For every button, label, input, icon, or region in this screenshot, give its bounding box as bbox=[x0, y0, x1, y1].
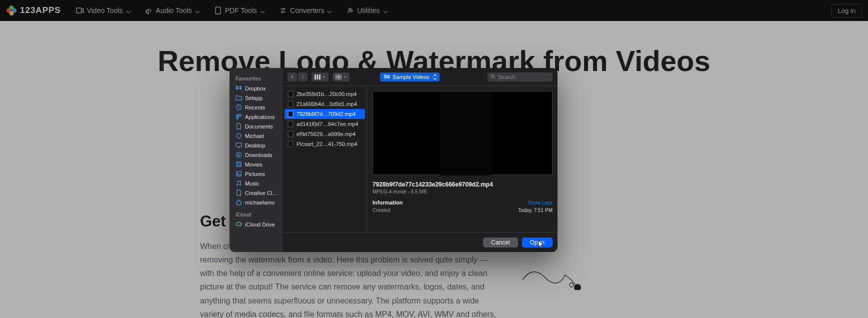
svg-rect-29 bbox=[288, 92, 292, 96]
movies-icon bbox=[236, 161, 242, 168]
sidebar-item-applications[interactable]: Applications bbox=[236, 112, 282, 122]
sidebar-item-creative[interactable]: Creative Cl… bbox=[236, 188, 282, 198]
cancel-button[interactable]: Cancel bbox=[483, 238, 518, 248]
svg-rect-37 bbox=[288, 132, 292, 136]
svg-rect-11 bbox=[236, 117, 238, 119]
svg-rect-33 bbox=[288, 112, 292, 116]
video-file-icon bbox=[288, 130, 294, 138]
preview-desc: MPEG-4 movie - 6.5 MB bbox=[372, 189, 552, 194]
back-button[interactable] bbox=[288, 72, 297, 82]
sidebar-item-setapp[interactable]: Setapp bbox=[236, 93, 282, 102]
svg-rect-13 bbox=[236, 143, 242, 146]
dialog-footer: Cancel Open bbox=[282, 232, 558, 252]
dialog-body: 2be359d1b…20c00.mp4 21a600b4d…0d9d1.mp4 … bbox=[282, 86, 558, 232]
sidebar-item-dropbox[interactable]: Dropbox bbox=[236, 84, 282, 93]
file-name: 7928b9f7d…709d2.mp4 bbox=[296, 111, 356, 117]
folder-icon bbox=[236, 94, 242, 101]
svg-point-17 bbox=[238, 172, 238, 174]
file-name: ad141f0d7…84c7ee.mp4 bbox=[296, 121, 358, 127]
preview-filename: 7928b9f7de77c14233e29c666e9709d2.mp4 bbox=[372, 181, 552, 188]
search-input[interactable]: Search bbox=[488, 72, 552, 82]
file-open-dialog: Favourites Dropbox Setapp Recents Applic… bbox=[230, 68, 558, 252]
svg-rect-23 bbox=[336, 74, 338, 76]
preview-pane: 7928b9f7de77c14233e29c666e9709d2.mp4 MPE… bbox=[368, 86, 558, 232]
sidebar-item-label: Pictures bbox=[245, 171, 265, 177]
search-placeholder: Search bbox=[498, 74, 516, 80]
updown-icon bbox=[432, 74, 438, 80]
open-button[interactable]: Open bbox=[522, 238, 552, 248]
nav-back-forward bbox=[288, 72, 308, 82]
sidebar-item-michael[interactable]: Michael bbox=[236, 131, 282, 140]
sidebar-item-label: Applications bbox=[245, 114, 274, 120]
svg-point-19 bbox=[240, 184, 241, 186]
sidebar-item-label: Movies bbox=[245, 162, 262, 168]
sidebar-item-label: Recents bbox=[245, 104, 265, 110]
svg-rect-25 bbox=[336, 78, 338, 80]
file-name: ef9d75629…a999e.mp4 bbox=[296, 131, 356, 137]
dialog-toolbar: Sample Videos Search bbox=[282, 68, 558, 86]
sidebar-item-desktop[interactable]: Desktop bbox=[236, 140, 282, 150]
sidebar-header-favourites: Favourites bbox=[236, 76, 282, 82]
sidebar-item-icloud-drive[interactable]: iCloud Drive bbox=[236, 220, 282, 229]
sidebar-item-label: Setapp bbox=[245, 95, 262, 101]
svg-rect-22 bbox=[319, 74, 320, 80]
music-icon bbox=[236, 180, 242, 186]
file-item[interactable]: ad141f0d7…84c7ee.mp4 bbox=[284, 119, 365, 129]
file-name: Picsart_22…41-750.mp4 bbox=[296, 141, 358, 147]
sidebar-item-documents[interactable]: Documents bbox=[236, 122, 282, 131]
created-label: Created bbox=[372, 208, 390, 213]
svg-point-27 bbox=[491, 74, 494, 78]
desktop-icon bbox=[236, 142, 242, 148]
sidebar-item-downloads[interactable]: Downloads bbox=[236, 150, 282, 160]
svg-rect-21 bbox=[317, 74, 318, 80]
sidebar-item-label: Desktop bbox=[245, 142, 265, 148]
sidebar-item-pictures[interactable]: Pictures bbox=[236, 169, 282, 178]
file-item-selected[interactable]: 7928b9f7d…709d2.mp4 bbox=[284, 109, 365, 119]
cloud-icon bbox=[236, 221, 242, 228]
location-label: Sample Videos bbox=[392, 74, 430, 80]
clock-icon bbox=[236, 104, 242, 110]
file-name: 2be359d1b…20c00.mp4 bbox=[296, 91, 356, 97]
file-item[interactable]: Picsart_22…41-750.mp4 bbox=[284, 139, 365, 149]
svg-rect-15 bbox=[236, 162, 241, 166]
sidebar-item-home[interactable]: michaelamo bbox=[236, 198, 282, 207]
svg-rect-20 bbox=[314, 74, 316, 80]
download-icon bbox=[236, 152, 242, 158]
sidebar-item-movies[interactable]: Movies bbox=[236, 160, 282, 169]
sidebar-item-label: michaelamo bbox=[245, 200, 274, 206]
svg-rect-39 bbox=[288, 142, 292, 146]
video-file-icon bbox=[288, 110, 294, 118]
file-name: 21a600b4d…0d9d1.mp4 bbox=[296, 101, 357, 107]
svg-rect-9 bbox=[236, 114, 238, 116]
sidebar-item-music[interactable]: Music bbox=[236, 178, 282, 188]
file-item[interactable]: 2be359d1b…20c00.mp4 bbox=[284, 89, 365, 99]
folder-icon bbox=[384, 74, 390, 80]
pictures-icon bbox=[236, 170, 242, 177]
preview-thumbnail-wrap bbox=[372, 90, 552, 176]
svg-point-12 bbox=[236, 134, 241, 138]
sidebar-item-label: Dropbox bbox=[245, 86, 266, 92]
sidebar-item-label: Music bbox=[245, 180, 260, 186]
doc-icon bbox=[236, 123, 242, 130]
svg-rect-35 bbox=[288, 122, 292, 126]
file-item[interactable]: 21a600b4d…0d9d1.mp4 bbox=[284, 99, 365, 109]
circle-icon bbox=[236, 132, 242, 139]
sidebar-item-recents[interactable]: Recents bbox=[236, 102, 282, 112]
sidebar-item-label: iCloud Drive bbox=[245, 222, 275, 228]
file-item[interactable]: ef9d75629…a999e.mp4 bbox=[284, 129, 365, 139]
preview-meta: 7928b9f7de77c14233e29c666e9709d2.mp4 MPE… bbox=[372, 176, 552, 213]
sidebar-item-label: Documents bbox=[245, 124, 273, 130]
group-button[interactable] bbox=[332, 72, 350, 82]
svg-rect-26 bbox=[339, 78, 342, 80]
forward-button[interactable] bbox=[298, 72, 308, 82]
preview-thumbnail bbox=[372, 91, 552, 175]
doc-icon bbox=[236, 190, 242, 196]
location-dropdown[interactable]: Sample Videos bbox=[380, 72, 440, 82]
dropbox-icon bbox=[236, 85, 242, 92]
sidebar-item-label: Downloads bbox=[245, 152, 272, 158]
svg-point-18 bbox=[236, 184, 238, 186]
show-less-link[interactable]: Show Less bbox=[528, 200, 552, 206]
svg-rect-10 bbox=[239, 114, 241, 116]
view-columns-button[interactable] bbox=[312, 72, 328, 82]
dialog-main: Sample Videos Search 2be359d1b…20c00.mp4… bbox=[282, 68, 558, 252]
